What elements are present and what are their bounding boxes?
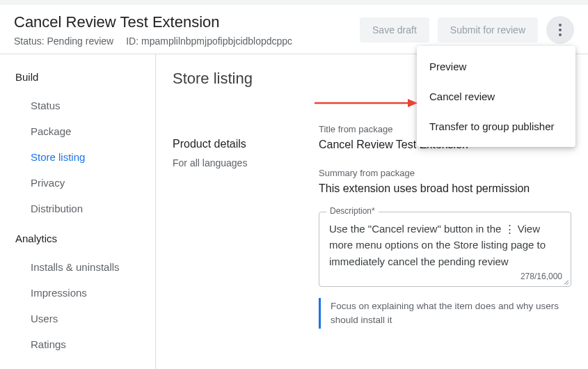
more-options-menu: Preview Cancel review Transfer to group …	[417, 46, 575, 147]
sidebar-item-package[interactable]: Package	[15, 118, 155, 144]
description-hint: Focus on explaining what the item does a…	[319, 298, 569, 329]
sidebar-item-store-listing[interactable]: Store listing	[15, 144, 155, 170]
sidebar-item-distribution[interactable]: Distribution	[15, 196, 155, 221]
page-title: Cancel Review Test Extension	[14, 13, 292, 31]
page-heading: Store listing	[173, 70, 305, 88]
sidebar-item-status[interactable]: Status	[15, 93, 155, 118]
description-field[interactable]: Description* Use the "Cancel review" but…	[319, 212, 571, 287]
sidebar-item-ratings[interactable]: Ratings	[15, 331, 155, 357]
save-draft-button[interactable]: Save draft	[360, 17, 429, 42]
description-label: Description*	[326, 206, 379, 216]
product-details-heading: Product details	[173, 138, 305, 150]
sidebar-section-build: Build	[15, 71, 155, 83]
sidebar: Build Status Package Store listing Priva…	[0, 54, 156, 369]
vertical-dots-icon	[559, 24, 562, 36]
menu-item-transfer[interactable]: Transfer to group publisher	[417, 111, 575, 141]
menu-item-preview[interactable]: Preview	[417, 52, 575, 81]
sidebar-item-users[interactable]: Users	[15, 306, 155, 331]
summary-label: Summary from package	[319, 168, 571, 178]
summary-value: This extension uses broad host permissio…	[319, 182, 571, 195]
more-options-button[interactable]	[546, 16, 574, 44]
sidebar-item-impressions[interactable]: Impressions	[15, 280, 155, 306]
sidebar-section-analytics: Analytics	[15, 233, 155, 244]
menu-item-cancel-review[interactable]: Cancel review	[417, 81, 575, 111]
resize-handle-icon[interactable]	[562, 278, 569, 285]
sidebar-item-installs[interactable]: Installs & uninstalls	[15, 254, 155, 280]
header-meta: Status: Pending review ID: mpamplilnbpmj…	[14, 36, 292, 47]
description-counter: 278/16,000	[521, 272, 562, 281]
languages-note: For all languages	[173, 157, 305, 168]
submit-review-button[interactable]: Submit for review	[438, 17, 538, 42]
description-value[interactable]: Use the "Cancel review" button in the ⋮ …	[329, 221, 561, 269]
sidebar-item-privacy[interactable]: Privacy	[15, 170, 155, 196]
